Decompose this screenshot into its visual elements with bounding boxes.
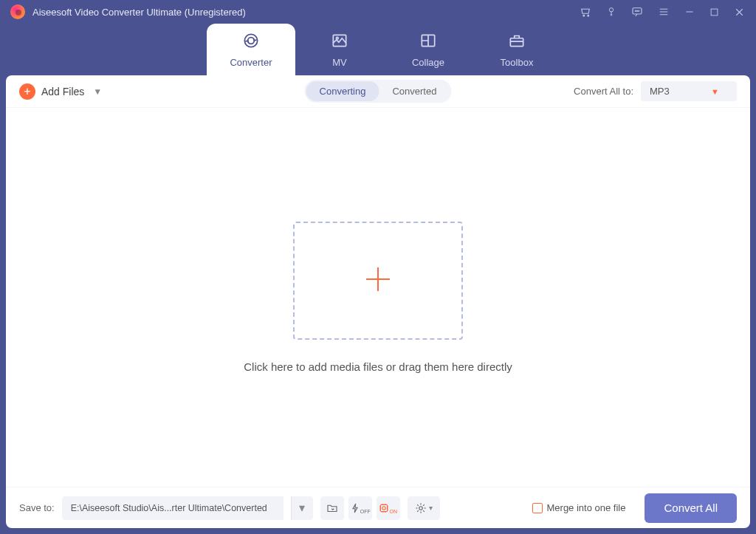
bottom-bar: Save to: E:\Aiseesoft Studio\Ais...rter … <box>6 487 750 528</box>
menu-icon[interactable] <box>657 5 670 18</box>
svg-point-1 <box>588 15 589 16</box>
save-to-label: Save to: <box>19 502 55 513</box>
main-panel: + Add Files ▼ Converting Converted Conve… <box>6 75 750 528</box>
segment-converted[interactable]: Converted <box>379 81 450 101</box>
svg-point-2 <box>609 8 613 12</box>
converter-icon <box>241 31 261 52</box>
convert-all-button[interactable]: Convert All <box>645 493 737 523</box>
dropzone[interactable] <box>293 222 463 340</box>
tab-label: Toolbox <box>501 57 534 68</box>
add-plus-icon <box>360 261 396 300</box>
segment-converting[interactable]: Converting <box>306 81 379 101</box>
svg-point-15 <box>419 506 423 510</box>
window-controls <box>579 5 746 18</box>
key-icon[interactable] <box>605 5 617 18</box>
open-folder-button[interactable] <box>320 496 344 520</box>
settings-button[interactable]: ▾ <box>408 496 440 520</box>
feedback-icon[interactable] <box>630 5 644 18</box>
svg-rect-12 <box>510 38 523 47</box>
tab-label: MV <box>332 57 347 68</box>
add-files-button[interactable]: + Add Files ▼ <box>19 83 102 100</box>
svg-point-0 <box>583 15 585 16</box>
cart-icon[interactable] <box>579 5 592 18</box>
gpu-accel-button[interactable]: ON <box>377 496 400 520</box>
svg-rect-7 <box>711 9 718 16</box>
svg-point-5 <box>637 10 638 11</box>
convert-all-to: Convert All to: MP3 ▼ <box>574 81 737 101</box>
add-files-label: Add Files <box>41 86 84 97</box>
chevron-down-icon: ▼ <box>93 86 102 97</box>
app-logo-icon <box>10 4 25 19</box>
main-tabs: Converter MV Collage Toolbox <box>0 24 756 75</box>
svg-point-14 <box>382 506 386 510</box>
save-path-field[interactable]: E:\Aiseesoft Studio\Ais...rter Ultimate\… <box>62 496 284 520</box>
collage-icon <box>419 31 438 52</box>
tab-converter[interactable]: Converter <box>207 24 295 75</box>
svg-point-4 <box>635 10 636 11</box>
format-select[interactable]: MP3 <box>641 81 737 101</box>
window-title: Aiseesoft Video Converter Ultimate (Unre… <box>32 7 246 18</box>
maximize-icon[interactable] <box>709 5 720 18</box>
svg-point-6 <box>639 10 639 11</box>
tab-mv[interactable]: MV <box>295 24 384 75</box>
checkbox-icon <box>532 503 543 513</box>
merge-label: Merge into one file <box>547 502 626 513</box>
close-icon[interactable] <box>733 5 746 18</box>
tab-toolbox[interactable]: Toolbox <box>472 24 561 75</box>
toolbar: + Add Files ▼ Converting Converted Conve… <box>6 75 750 108</box>
toolbox-icon <box>507 31 526 52</box>
hardware-accel-button[interactable]: OFF <box>348 496 372 520</box>
svg-rect-13 <box>381 504 388 511</box>
title-bar: Aiseesoft Video Converter Ultimate (Unre… <box>0 0 756 24</box>
path-dropdown[interactable]: ▾ <box>291 496 313 520</box>
tab-label: Converter <box>230 57 272 68</box>
mv-icon <box>330 31 349 52</box>
svg-point-10 <box>336 37 338 39</box>
convert-to-label: Convert All to: <box>574 86 633 97</box>
status-segment: Converting Converted <box>305 80 452 103</box>
dropzone-hint: Click here to add media files or drag th… <box>244 360 512 373</box>
tab-collage[interactable]: Collage <box>384 24 472 75</box>
merge-checkbox[interactable]: Merge into one file <box>532 502 626 513</box>
tab-label: Collage <box>412 57 444 68</box>
minimize-icon[interactable] <box>684 5 695 18</box>
drop-area: Click here to add media files or drag th… <box>6 108 750 487</box>
plus-icon: + <box>19 83 35 100</box>
